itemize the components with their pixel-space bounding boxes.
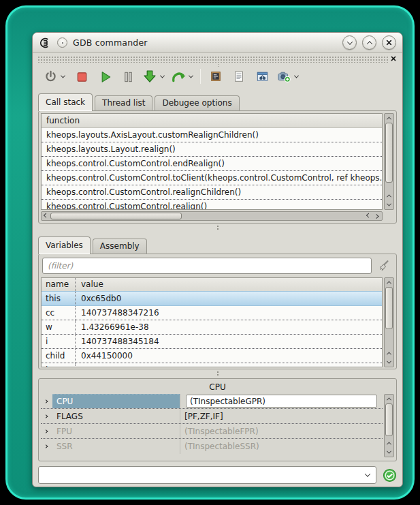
- scrollbar-thumb[interactable]: [385, 123, 393, 183]
- cpu-register-row[interactable]: FLAGS [PF,ZF,IF]: [41, 409, 383, 424]
- chevron-up-icon: [387, 117, 391, 121]
- register-value: [PF,ZF,IF]: [180, 412, 383, 421]
- column-header-value[interactable]: value: [76, 278, 382, 291]
- clear-filter-button[interactable]: [375, 258, 393, 274]
- add-watch-dropdown-button[interactable]: [292, 68, 300, 85]
- filter-input[interactable]: [42, 258, 372, 274]
- variable-row[interactable]: h 1.43266961e-38: [42, 363, 382, 367]
- cpu-register-row[interactable]: SSR (TInspectableSSR): [41, 439, 383, 454]
- window-close-button[interactable]: [382, 35, 396, 50]
- window-unshade-button[interactable]: [362, 35, 376, 50]
- stop-button[interactable]: [74, 68, 90, 85]
- scroll-down-button[interactable]: [385, 200, 393, 209]
- step-over-button[interactable]: [170, 68, 187, 85]
- expand-button[interactable]: [41, 430, 52, 433]
- variable-row[interactable]: cc 140737488347216: [42, 306, 382, 320]
- variable-value: 140737488345184: [76, 335, 382, 348]
- pause-button[interactable]: [120, 68, 136, 85]
- execute-command-button[interactable]: [382, 468, 397, 483]
- variable-name: h: [42, 363, 76, 367]
- undock-close-button[interactable]: [389, 55, 398, 63]
- cpu-register-row[interactable]: FPU (TInspectableFPR): [41, 424, 383, 439]
- scroll-up-button[interactable]: [385, 439, 393, 448]
- callstack-row[interactable]: kheops.control.CustomControl.endRealign(…: [42, 157, 382, 171]
- cpu-register-row[interactable]: CPU (TInspectableGPR): [41, 394, 383, 409]
- call-stack-horizontal-scrollbar[interactable]: [41, 211, 383, 221]
- expand-button[interactable]: [41, 415, 52, 418]
- tab-variables[interactable]: Variables: [38, 236, 91, 254]
- scroll-down-button[interactable]: [385, 358, 393, 367]
- variable-row[interactable]: child 0x44150000: [42, 349, 382, 363]
- scroll-up-button[interactable]: [385, 114, 393, 123]
- variable-row[interactable]: this 0xc65db0: [42, 291, 382, 306]
- chevron-down-icon: [387, 202, 391, 206]
- tab-call-stack[interactable]: Call stack: [38, 93, 93, 111]
- call-stack-column-header[interactable]: function: [42, 114, 382, 128]
- scrollbar-thumb[interactable]: [385, 403, 393, 436]
- register-value-field[interactable]: (TInspectableGPR): [186, 395, 377, 408]
- scroll-up-button[interactable]: [385, 349, 393, 358]
- cpu-view-button[interactable]: [208, 68, 224, 85]
- command-dropdown-button[interactable]: [359, 467, 376, 483]
- step-over-dropdown-button[interactable]: [187, 68, 195, 85]
- expand-button[interactable]: [41, 400, 52, 403]
- tab-thread-list[interactable]: Thread list: [95, 95, 152, 110]
- chevron-down-icon: [346, 39, 352, 44]
- pause-icon: [121, 70, 135, 84]
- step-into-dropdown-button[interactable]: [158, 68, 166, 85]
- scroll-down-button[interactable]: [385, 448, 393, 457]
- broom-icon: [377, 259, 391, 273]
- command-input[interactable]: [39, 468, 359, 483]
- call-stack-list[interactable]: function kheops.layouts.AxisLayout.custo…: [41, 113, 383, 210]
- window-shade-button[interactable]: [342, 35, 357, 50]
- document-icon: [232, 70, 246, 83]
- column-header-name[interactable]: name: [42, 278, 76, 291]
- log-view-button[interactable]: [231, 68, 247, 85]
- scroll-left-button[interactable]: [364, 212, 373, 220]
- scroll-up-button[interactable]: [385, 192, 393, 200]
- panel-splitter[interactable]: [33, 369, 402, 378]
- tab-debugee-options[interactable]: Debugee options: [155, 95, 239, 110]
- callstack-row[interactable]: kheops.layouts.AxisLayout.customRealignC…: [42, 128, 382, 142]
- chevron-right-icon: [44, 444, 48, 448]
- panel-splitter[interactable]: [33, 224, 402, 232]
- stack-tabs: Call stack Thread list Debugee options: [38, 93, 397, 110]
- add-watch-button[interactable]: [276, 68, 292, 85]
- callstack-row[interactable]: kheops.control.CustomControl.toClient(kh…: [42, 171, 382, 185]
- chevron-down-icon: [293, 73, 298, 78]
- watches-window-button[interactable]: [254, 68, 270, 85]
- scroll-right-button[interactable]: [373, 212, 382, 220]
- cpu-vertical-scrollbar[interactable]: [384, 394, 394, 457]
- variables-vertical-scrollbar[interactable]: [384, 277, 394, 367]
- variable-row[interactable]: i 140737488345184: [42, 335, 382, 349]
- call-stack-vertical-scrollbar[interactable]: [384, 113, 394, 210]
- scrollbar-thumb[interactable]: [50, 213, 182, 219]
- variable-row[interactable]: w 1.43266961e-38: [42, 320, 382, 335]
- variable-value: 140737488347216: [76, 306, 382, 320]
- green-check-icon: [383, 468, 397, 483]
- cpu-register-list[interactable]: CPU (TInspectableGPR) FLAGS [PF,ZF,IF] F…: [41, 394, 383, 457]
- command-combobox[interactable]: [38, 466, 376, 484]
- inspect-tabs: Variables Assembly: [38, 236, 397, 254]
- window-menu-button[interactable]: [57, 37, 67, 48]
- scroll-left-button[interactable]: [42, 212, 50, 220]
- callstack-row[interactable]: kheops.layouts.Layout.realign(): [42, 142, 382, 157]
- call-stack-panel: function kheops.layouts.AxisLayout.custo…: [38, 110, 397, 224]
- variable-name: i: [42, 335, 76, 348]
- callstack-row[interactable]: kheops.control.CustomControl.realignChil…: [42, 185, 382, 200]
- callstack-row[interactable]: kheops.control.CustomControl.realign(): [42, 200, 382, 210]
- scroll-up-button[interactable]: [385, 278, 393, 287]
- close-icon: [386, 40, 392, 46]
- variables-table[interactable]: name value this 0xc65db0 cc 140737488347…: [41, 277, 383, 367]
- chevron-left-icon: [366, 213, 371, 217]
- dock-handle[interactable]: [37, 55, 398, 63]
- run-dropdown-button[interactable]: [59, 68, 67, 85]
- continue-button[interactable]: [97, 68, 113, 85]
- run-button[interactable]: [42, 68, 59, 85]
- titlebar[interactable]: GDB commander: [33, 33, 402, 53]
- scroll-up-button[interactable]: [385, 395, 393, 403]
- step-into-button[interactable]: [142, 68, 158, 85]
- scrollbar-thumb[interactable]: [385, 287, 393, 329]
- tab-assembly[interactable]: Assembly: [93, 239, 147, 254]
- expand-button[interactable]: [41, 445, 52, 448]
